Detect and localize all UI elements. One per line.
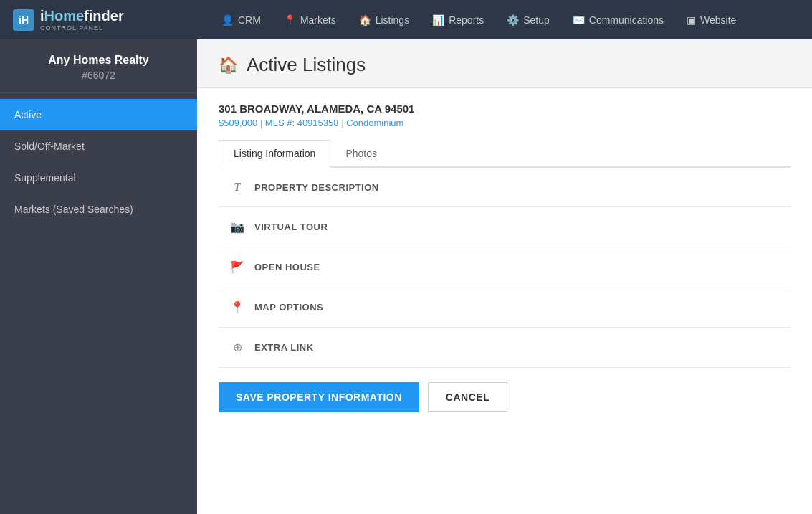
content-area: 🏠 Active Listings 301 BROADWAY, ALAMEDA,… — [197, 39, 812, 514]
top-nav: iH iHomefinder CONTROL PANEL 👤 CRM 📍 Mar… — [0, 0, 812, 39]
nav-website[interactable]: ▣ Website — [677, 0, 746, 39]
accordion-sections: T PROPERTY DESCRIPTION 📷 VIRTUAL TOUR 🚩 … — [219, 168, 790, 368]
main-nav: 👤 CRM 📍 Markets 🏠 Listings 📊 Reports ⚙️ … — [197, 0, 812, 39]
cancel-button[interactable]: CANCEL — [428, 382, 507, 412]
accordion-virtual-tour[interactable]: 📷 VIRTUAL TOUR — [219, 207, 790, 247]
accordion-property-description[interactable]: T PROPERTY DESCRIPTION — [219, 168, 790, 207]
property-card: 301 BROADWAY, ALAMEDA, CA 94501 $509,000… — [197, 88, 812, 514]
property-type: Condominium — [346, 118, 403, 128]
sidebar: Any Homes Realty #66072 Active Sold/Off-… — [0, 39, 197, 514]
accordion-map-options[interactable]: 📍 MAP OPTIONS — [219, 287, 790, 328]
nav-setup[interactable]: ⚙️ Setup — [497, 0, 560, 39]
logo-area: iH iHomefinder CONTROL PANEL — [0, 0, 197, 39]
open-house-icon: 🚩 — [230, 260, 244, 274]
virtual-tour-label: VIRTUAL TOUR — [254, 222, 328, 232]
communications-icon: ✉️ — [573, 14, 585, 26]
property-meta: $509,000 | MLS #: 40915358 | Condominium — [219, 118, 790, 128]
sidebar-item-markets-saved-searches[interactable]: Markets (Saved Searches) — [0, 194, 197, 225]
extra-link-label: EXTRA LINK — [254, 342, 314, 353]
page-title: Active Listings — [247, 54, 366, 76]
markets-icon: 📍 — [284, 14, 296, 26]
nav-markets[interactable]: 📍 Markets — [274, 0, 346, 39]
open-house-label: OPEN HOUSE — [254, 262, 320, 272]
accordion-open-house[interactable]: 🚩 OPEN HOUSE — [219, 247, 790, 287]
website-icon: ▣ — [687, 14, 696, 26]
footer-buttons: SAVE PROPERTY INFORMATION CANCEL — [219, 368, 790, 427]
nav-communications[interactable]: ✉️ Communications — [563, 0, 674, 39]
logo-text: iHomefinder CONTROL PANEL — [40, 8, 124, 32]
reports-icon: 📊 — [432, 14, 444, 26]
property-mls: MLS #: 40915358 — [265, 118, 339, 128]
sidebar-item-active[interactable]: Active — [0, 99, 197, 130]
nav-reports[interactable]: 📊 Reports — [422, 0, 494, 39]
property-description-icon: T — [230, 181, 244, 194]
crm-icon: 👤 — [221, 14, 234, 26]
company-name: Any Homes Realty — [11, 54, 186, 67]
sidebar-nav: Active Sold/Off-Market Supplemental Mark… — [0, 93, 197, 514]
logo-icon: iH — [13, 9, 34, 31]
property-address: 301 BROADWAY, ALAMEDA, CA 94501 — [219, 103, 790, 115]
tab-photos[interactable]: Photos — [330, 140, 392, 168]
virtual-tour-icon: 📷 — [230, 220, 244, 234]
company-id: #66072 — [11, 70, 186, 81]
listing-tabs: Listing Information Photos — [219, 140, 790, 168]
page-header: 🏠 Active Listings — [197, 39, 812, 88]
nav-listings[interactable]: 🏠 Listings — [349, 0, 419, 39]
save-property-button[interactable]: SAVE PROPERTY INFORMATION — [219, 382, 419, 412]
main-layout: Any Homes Realty #66072 Active Sold/Off-… — [0, 39, 812, 514]
nav-crm[interactable]: 👤 CRM — [211, 0, 271, 39]
map-options-icon: 📍 — [230, 300, 244, 314]
listings-icon: 🏠 — [359, 14, 371, 26]
sidebar-item-supplemental[interactable]: Supplemental — [0, 162, 197, 194]
property-price: $509,000 — [219, 118, 257, 128]
extra-link-icon: ⊕ — [230, 341, 244, 354]
map-options-label: MAP OPTIONS — [254, 302, 323, 313]
accordion-extra-link[interactable]: ⊕ EXTRA LINK — [219, 328, 790, 368]
sidebar-item-sold-off-market[interactable]: Sold/Off-Market — [0, 130, 197, 162]
tab-listing-information[interactable]: Listing Information — [219, 140, 330, 168]
page-header-icon: 🏠 — [219, 56, 238, 75]
property-description-label: PROPERTY DESCRIPTION — [254, 182, 379, 193]
setup-icon: ⚙️ — [507, 14, 519, 26]
sidebar-brand: Any Homes Realty #66072 — [0, 39, 197, 93]
